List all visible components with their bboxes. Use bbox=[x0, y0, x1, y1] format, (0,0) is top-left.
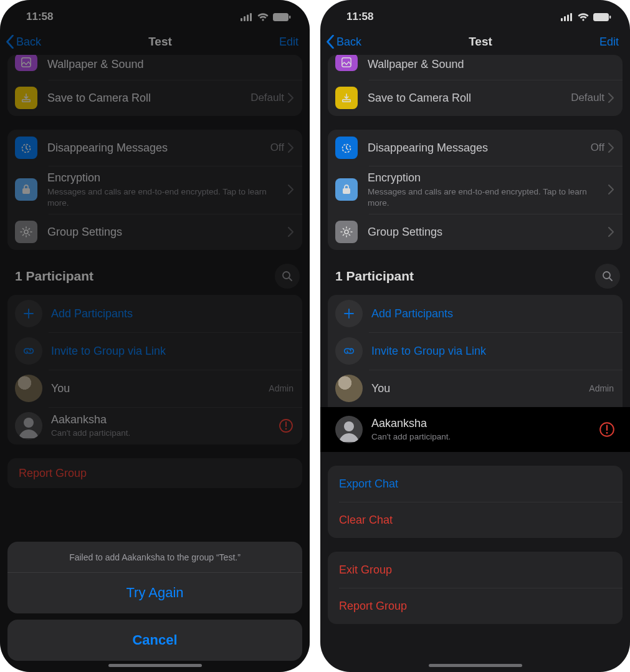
row-encryption[interactable]: Encryption Messages and calls are end-to… bbox=[7, 166, 302, 214]
row-label: Export Chat bbox=[339, 477, 614, 491]
svg-rect-2 bbox=[247, 14, 249, 21]
svg-point-11 bbox=[283, 272, 290, 279]
row-encryption[interactable]: Encryption Messages and calls are end-to… bbox=[328, 166, 623, 214]
row-save-camera-roll[interactable]: Save to Camera Roll Default bbox=[7, 80, 302, 116]
wifi-icon bbox=[578, 13, 589, 21]
back-label: Back bbox=[336, 36, 361, 49]
content-area: Wallpaper & Sound Save to Camera Roll De… bbox=[320, 55, 630, 636]
row-participant-fail[interactable]: Aakanksha Can't add participant. bbox=[320, 407, 630, 452]
row-exit-group[interactable]: Exit Group bbox=[328, 552, 623, 588]
card-privacy: Disappearing Messages Off Encryption Mes… bbox=[328, 130, 623, 250]
row-group-settings[interactable]: Group Settings bbox=[328, 214, 623, 250]
search-button[interactable] bbox=[275, 264, 300, 289]
row-label: Report Group bbox=[19, 466, 294, 481]
back-button[interactable]: Back bbox=[325, 35, 361, 49]
svg-rect-18 bbox=[570, 13, 572, 21]
row-export-chat[interactable]: Export Chat bbox=[328, 466, 623, 502]
search-button[interactable] bbox=[595, 264, 620, 289]
row-value: Off bbox=[591, 142, 604, 154]
svg-point-12 bbox=[24, 418, 34, 428]
nav-bar: Back Test Edit bbox=[0, 30, 310, 56]
svg-rect-22 bbox=[343, 100, 351, 102]
avatar bbox=[15, 412, 42, 439]
row-label: Group Settings bbox=[368, 225, 608, 239]
back-button[interactable]: Back bbox=[5, 35, 41, 49]
svg-rect-20 bbox=[609, 16, 611, 19]
row-label: Encryption bbox=[368, 171, 608, 185]
cancel-button[interactable]: Cancel bbox=[7, 620, 302, 661]
download-icon bbox=[15, 87, 37, 109]
status-icons bbox=[241, 13, 291, 21]
svg-point-26 bbox=[603, 272, 610, 279]
home-indicator bbox=[108, 664, 202, 667]
row-invite-link[interactable]: Invite to Group via Link bbox=[328, 332, 623, 370]
row-report-group[interactable]: Report Group bbox=[7, 458, 302, 488]
card-export-clear: Export Chat Clear Chat bbox=[328, 466, 623, 538]
row-disappearing-messages[interactable]: Disappearing Messages Off bbox=[7, 130, 302, 166]
edit-button[interactable]: Edit bbox=[599, 36, 619, 49]
row-participant-you[interactable]: You Admin bbox=[7, 370, 302, 407]
status-time: 11:58 bbox=[26, 11, 53, 23]
avatar bbox=[335, 416, 363, 443]
search-icon bbox=[282, 271, 293, 282]
row-label: Report Group bbox=[339, 599, 614, 613]
wifi-icon bbox=[257, 13, 269, 21]
row-label: Invite to Group via Link bbox=[371, 344, 614, 358]
row-value: Off bbox=[270, 142, 284, 154]
status-icons bbox=[561, 13, 611, 21]
row-save-camera-roll[interactable]: Save to Camera Roll Default bbox=[328, 80, 623, 116]
phone-screen-left: 11:58 Back Test Edit Wallpaper & Sound bbox=[0, 0, 310, 672]
svg-rect-4 bbox=[273, 13, 289, 21]
row-label: Invite to Group via Link bbox=[51, 344, 294, 358]
action-sheet: Failed to add Aakanksha to the group “Te… bbox=[7, 542, 302, 661]
chevron-right-icon bbox=[288, 185, 294, 194]
svg-rect-24 bbox=[343, 188, 350, 194]
admin-badge: Admin bbox=[269, 383, 294, 393]
edit-button[interactable]: Edit bbox=[279, 36, 298, 49]
svg-rect-3 bbox=[250, 13, 252, 21]
home-indicator bbox=[429, 664, 522, 667]
row-label: Save to Camera Roll bbox=[47, 91, 251, 105]
chevron-right-icon bbox=[608, 143, 614, 153]
admin-badge: Admin bbox=[589, 383, 614, 393]
search-icon bbox=[602, 271, 613, 282]
row-label: Encryption bbox=[47, 171, 288, 185]
row-value: Default bbox=[571, 92, 604, 104]
row-report-group[interactable]: Report Group bbox=[328, 588, 623, 624]
row-clear-chat[interactable]: Clear Chat bbox=[328, 502, 623, 538]
svg-rect-16 bbox=[564, 16, 566, 21]
wallpaper-icon bbox=[15, 55, 37, 71]
row-invite-link[interactable]: Invite to Group via Link bbox=[7, 332, 302, 370]
svg-rect-1 bbox=[244, 16, 246, 21]
chevron-right-icon bbox=[608, 93, 614, 103]
row-wallpaper-sound[interactable]: Wallpaper & Sound bbox=[328, 55, 623, 80]
download-icon bbox=[335, 87, 358, 109]
svg-point-25 bbox=[345, 230, 348, 234]
card-chat-settings-partial: Wallpaper & Sound Save to Camera Roll De… bbox=[7, 55, 302, 116]
svg-point-10 bbox=[24, 230, 28, 234]
row-group-settings[interactable]: Group Settings bbox=[7, 214, 302, 250]
row-subtitle: Messages and calls are end-to-end encryp… bbox=[47, 186, 288, 209]
chevron-right-icon bbox=[608, 227, 614, 237]
status-bar: 11:58 bbox=[320, 0, 630, 30]
participant-subtitle: Can't add participant. bbox=[371, 431, 599, 443]
card-privacy: Disappearing Messages Off Encryption Mes… bbox=[7, 130, 302, 250]
row-participant-you[interactable]: You Admin bbox=[328, 370, 623, 407]
svg-point-27 bbox=[344, 421, 354, 431]
row-add-participants[interactable]: Add Participants bbox=[328, 295, 623, 332]
row-wallpaper-sound[interactable]: Wallpaper & Sound bbox=[7, 55, 302, 80]
row-label: Exit Group bbox=[339, 563, 614, 577]
try-again-button[interactable]: Try Again bbox=[7, 572, 302, 613]
svg-rect-0 bbox=[241, 18, 242, 21]
participant-name: Aakanksha bbox=[371, 416, 599, 431]
svg-point-14 bbox=[285, 428, 287, 430]
plus-icon bbox=[15, 300, 42, 327]
row-disappearing-messages[interactable]: Disappearing Messages Off bbox=[328, 130, 623, 166]
participants-title: 1 Participant bbox=[15, 269, 93, 284]
row-add-participants[interactable]: Add Participants bbox=[7, 295, 302, 332]
link-icon bbox=[15, 337, 42, 365]
svg-rect-9 bbox=[22, 188, 30, 194]
participants-header: 1 Participant bbox=[7, 264, 302, 295]
row-participant-fail[interactable]: Aakanksha Can't add participant. bbox=[7, 407, 302, 444]
avatar bbox=[15, 375, 42, 402]
